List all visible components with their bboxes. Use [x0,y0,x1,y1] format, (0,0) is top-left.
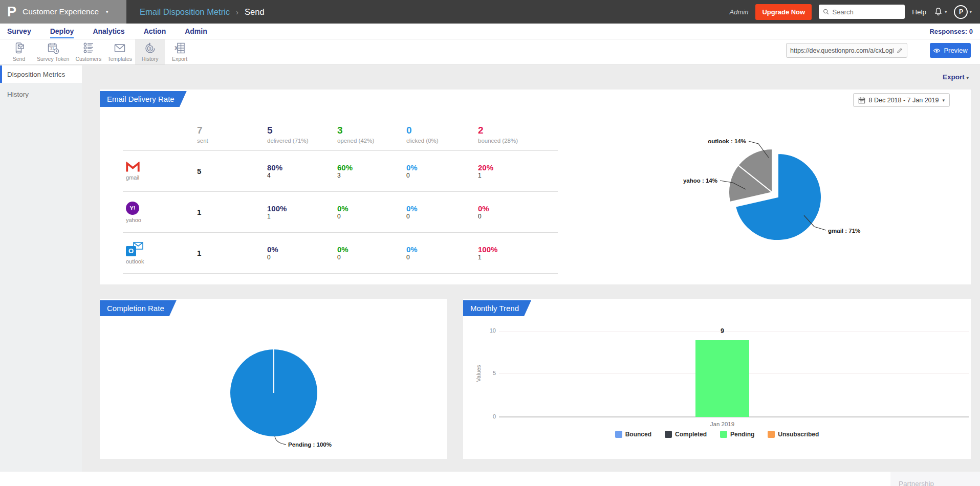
eye-icon [933,48,941,54]
toolbar-item-label: Survey Token [37,56,69,62]
cell-opened-count: 3 [337,172,406,179]
global-search[interactable] [819,5,905,19]
sidebar-item-history[interactable]: History [0,85,82,103]
notifications-button[interactable]: ▾ [933,7,947,17]
date-range-picker[interactable]: 8 Dec 2018 - 7 Jan 2019 ▾ [853,93,950,107]
bar-value-label: 9 [695,327,749,335]
cell-delivered-count: 4 [267,172,337,179]
summary-opened-label: opened (42%) [337,138,406,144]
pie-label-gmail: gmail : 71% [828,228,860,234]
cell-clicked-pct: 0% [406,245,478,254]
avatar: P [954,5,968,19]
survey-url-field[interactable] [786,43,907,58]
x-tick-label: Jan 2019 [695,421,749,427]
cell-opened-count: 0 [337,254,406,261]
page-footer: Partnership [0,472,980,486]
legend-label: Bounced [625,431,651,438]
upgrade-now-button[interactable]: Upgrade Now [755,4,812,20]
content-area: Export ▾ Email Delivery Rate 8 Dec 2018 … [82,65,980,472]
legend-swatch [768,431,775,438]
footer-partial-text: Partnership [899,480,934,486]
cell-delivered-count: 0 [267,254,337,261]
questionpro-logo: P [7,5,16,19]
provider-label: gmail [126,174,139,181]
help-link[interactable]: Help [912,8,926,16]
cell-opened-pct: 0% [337,204,406,213]
toolbar-item-label: Send [13,56,26,62]
legend-swatch [665,431,672,438]
legend-swatch [615,431,622,438]
legend-item-completed[interactable]: Completed [665,431,707,438]
calendar-icon [858,97,865,104]
tab-survey[interactable]: Survey [7,27,31,35]
export-excel-icon: X [173,42,186,54]
primary-nav: Survey Deploy Analytics Action Admin Res… [0,24,980,39]
footer-partial-tab[interactable]: Partnership [890,472,980,486]
delivery-pie-chart: outlook : 14% yahoo : 14% gmail : 71% [670,128,896,281]
summary-sent-label: sent [197,138,267,144]
header-actions: Admin Upgrade Now Help ▾ P ▾ [730,4,980,20]
cell-clicked-pct: 0% [406,204,478,213]
cell-clicked-count: 0 [406,254,478,261]
gmail-icon [126,162,140,172]
cell-clicked-count: 0 [406,213,478,220]
completion-rate-card: Completion Rate Pending : 100% [100,299,447,459]
legend-item-bounced[interactable]: Bounced [615,431,651,438]
pie-label-outlook: outlook : 14% [708,138,746,144]
cell-clicked-pct: 0% [406,163,478,172]
table-row-outlook: O outlook 1 0%0 0%0 0%0 100%1 [123,233,558,274]
toolbar-item-label: Customers [75,56,101,62]
summary-opened-value: 3 [337,125,406,136]
tab-admin[interactable]: Admin [185,27,207,35]
outlook-o-badge: O [126,246,136,256]
provider-label: outlook [126,258,144,264]
preview-button[interactable]: Preview [930,43,971,58]
toolbar-item-templates[interactable]: Templates [104,39,135,64]
svg-text:$: $ [149,46,151,51]
summary-delivered-label: delivered (71%) [267,138,337,144]
deploy-toolbar: Send 31 Survey Token Customers Templates [0,39,980,65]
cell-delivered-count: 1 [267,213,337,220]
trend-bar[interactable] [695,340,749,417]
table-row-yahoo: Y! yahoo 1 100%1 0%0 0%0 0%0 [123,192,558,233]
legend-label: Pending [730,431,754,438]
edit-pencil-icon[interactable] [896,47,903,54]
legend-label: Completed [675,431,707,438]
cell-bounced-pct: 100% [478,245,558,254]
workspace-switcher[interactable]: P Customer Experience ▾ [0,0,126,24]
cell-bounced-count: 1 [478,172,558,179]
svg-text:31: 31 [50,47,54,50]
tab-analytics[interactable]: Analytics [93,27,124,35]
toolbar-item-send[interactable]: Send [4,39,34,64]
cell-opened-pct: 60% [337,163,406,172]
send-sms-icon [13,42,25,54]
toolbar-item-customers[interactable]: Customers [72,39,104,64]
summary-sent-value: 7 [197,125,267,136]
legend-item-pending[interactable]: Pending [720,431,754,438]
toolbar-item-label: History [142,56,159,62]
completion-pie-chart: Pending : 100% [171,334,386,459]
toolbar-item-history[interactable]: $ History [135,39,165,64]
tab-action[interactable]: Action [144,27,166,35]
search-icon [823,8,829,15]
pie-label-yahoo: yahoo : 14% [683,178,717,184]
admin-label: Admin [730,8,749,16]
sidebar-item-disposition-metrics[interactable]: Disposition Metrics [0,65,82,83]
export-dropdown[interactable]: Export ▾ [943,73,969,81]
breadcrumb-parent-link[interactable]: Email Disposition Metric [140,7,230,17]
y-tick-5: 5 [481,370,496,376]
legend-item-unsubscribed[interactable]: Unsubscribed [768,431,819,438]
search-input[interactable] [832,8,901,16]
survey-url-input[interactable] [790,47,894,54]
cell-delivered-pct: 80% [267,163,337,172]
toolbar-item-survey-token[interactable]: 31 Survey Token [34,39,72,64]
tab-deploy[interactable]: Deploy [50,27,74,35]
account-menu[interactable]: P ▾ [954,5,972,19]
chevron-down-icon: ▾ [106,9,108,14]
delivery-summary-row: 7sent 5delivered (71%) 3opened (42%) 0cl… [123,125,558,151]
delivery-table: 7sent 5delivered (71%) 3opened (42%) 0cl… [123,125,558,274]
toolbar-item-export[interactable]: X Export [165,39,194,64]
email-delivery-rate-card: Email Delivery Rate 8 Dec 2018 - 7 Jan 2… [100,90,971,284]
monthly-trend-card: Monthly Trend Values 10 5 0 9 Jan 2019 B… [463,299,971,459]
customers-icon [82,42,95,54]
